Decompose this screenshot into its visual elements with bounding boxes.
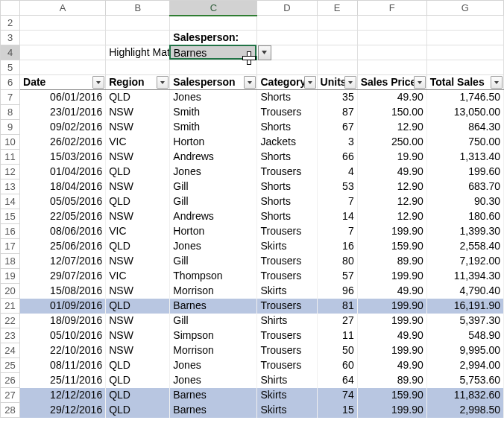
cell-date[interactable]: 26/02/2016 — [20, 135, 106, 150]
row-header-24[interactable]: 24 — [1, 343, 20, 358]
cell-salesperson[interactable]: Andrews — [170, 209, 257, 224]
cell-price[interactable]: 12.90 — [357, 209, 426, 224]
filter-button[interactable] — [304, 76, 316, 89]
cell-units[interactable]: 7 — [317, 194, 357, 209]
cell-units[interactable]: 57 — [317, 269, 357, 284]
cell-units[interactable]: 14 — [317, 209, 357, 224]
table-header-C[interactable]: Salesperson — [170, 75, 257, 90]
column-header-D[interactable]: D — [257, 1, 317, 16]
cell-date[interactable]: 08/06/2016 — [20, 224, 106, 239]
cell-date[interactable]: 29/12/2016 — [20, 403, 106, 418]
cell-salesperson[interactable]: Simpson — [170, 328, 257, 343]
cell-price[interactable]: 199.90 — [357, 299, 426, 314]
row-header-11[interactable]: 11 — [1, 150, 20, 165]
cell-date[interactable]: 05/10/2016 — [20, 328, 106, 343]
row-header-22[interactable]: 22 — [1, 314, 20, 328]
row-header-21[interactable]: 21 — [1, 299, 20, 314]
cell-date[interactable]: 06/01/2016 — [20, 90, 106, 105]
cell-units[interactable]: 11 — [317, 328, 357, 343]
row-header-27[interactable]: 27 — [1, 388, 20, 403]
empty-cell[interactable] — [317, 45, 357, 60]
column-header-F[interactable]: F — [357, 1, 426, 16]
cell-total[interactable]: 2,994.00 — [426, 358, 503, 373]
cell-salesperson[interactable]: Jones — [170, 165, 257, 179]
cell-date[interactable]: 18/04/2016 — [20, 179, 106, 194]
cell-salesperson[interactable]: Gill — [170, 194, 257, 209]
cell-region[interactable]: NSW — [106, 328, 170, 343]
cell-category[interactable]: Trousers — [257, 269, 317, 284]
filter-button[interactable] — [244, 76, 256, 89]
cell-region[interactable]: QLD — [106, 90, 170, 105]
cell-salesperson[interactable]: Morrison — [170, 284, 257, 299]
cell-salesperson[interactable]: Barnes — [170, 403, 257, 418]
empty-cell[interactable] — [357, 60, 426, 75]
cell-total[interactable]: 548.90 — [426, 328, 503, 343]
empty-cell[interactable] — [106, 31, 170, 45]
cell-price[interactable]: 159.90 — [357, 239, 426, 254]
row-header-25[interactable]: 25 — [1, 358, 20, 373]
cell-date[interactable]: 29/07/2016 — [20, 269, 106, 284]
cell-units[interactable]: 50 — [317, 343, 357, 358]
cell-price[interactable]: 89.90 — [357, 373, 426, 388]
empty-cell[interactable] — [20, 45, 106, 60]
cell-units[interactable]: 81 — [317, 299, 357, 314]
cell-category[interactable]: Skirts — [257, 403, 317, 418]
empty-cell[interactable] — [106, 16, 170, 31]
empty-cell[interactable] — [426, 16, 503, 31]
column-header-B[interactable]: B — [106, 1, 170, 16]
cell-date[interactable]: 12/07/2016 — [20, 254, 106, 269]
cell-region[interactable]: QLD — [106, 373, 170, 388]
cell-category[interactable]: Shirts — [257, 314, 317, 328]
cell-salesperson[interactable]: Jones — [170, 358, 257, 373]
cell-region[interactable]: VIC — [106, 135, 170, 150]
highlight-matches-label[interactable]: Highlight Matches — [106, 45, 170, 60]
cell-salesperson[interactable]: Gill — [170, 179, 257, 194]
row-header-13[interactable]: 13 — [1, 179, 20, 194]
filter-button[interactable] — [491, 76, 503, 89]
column-header-A[interactable]: A — [20, 1, 106, 16]
cell-price[interactable]: 49.90 — [357, 284, 426, 299]
cell-units[interactable]: 60 — [317, 358, 357, 373]
cell-price[interactable]: 49.90 — [357, 90, 426, 105]
cell-category[interactable]: Shirts — [257, 373, 317, 388]
row-header-15[interactable]: 15 — [1, 209, 20, 224]
cell-region[interactable]: QLD — [106, 239, 170, 254]
cell-salesperson[interactable]: Andrews — [170, 150, 257, 165]
cell-region[interactable]: QLD — [106, 165, 170, 179]
row-header-23[interactable]: 23 — [1, 328, 20, 343]
cell-category[interactable]: Shorts — [257, 194, 317, 209]
cell-total[interactable]: 2,998.50 — [426, 403, 503, 418]
row-header-2[interactable]: 2 — [1, 16, 20, 31]
cell-category[interactable]: Trousers — [257, 105, 317, 120]
cell-units[interactable]: 35 — [317, 90, 357, 105]
cell-date[interactable]: 25/06/2016 — [20, 239, 106, 254]
cell-price[interactable]: 12.90 — [357, 120, 426, 135]
empty-cell[interactable] — [170, 60, 257, 75]
column-header-C[interactable]: C — [170, 1, 257, 16]
cell-date[interactable]: 15/08/2016 — [20, 284, 106, 299]
filter-button[interactable] — [157, 76, 168, 89]
cell-price[interactable]: 49.90 — [357, 165, 426, 179]
cell-region[interactable]: QLD — [106, 403, 170, 418]
table-header-B[interactable]: Region — [106, 75, 170, 90]
empty-cell[interactable] — [357, 45, 426, 60]
cell-total[interactable]: 13,050.00 — [426, 105, 503, 120]
cell-category[interactable]: Trousers — [257, 165, 317, 179]
empty-cell[interactable] — [426, 31, 503, 45]
cell-units[interactable]: 74 — [317, 388, 357, 403]
cell-category[interactable]: Shorts — [257, 120, 317, 135]
cell-region[interactable]: QLD — [106, 388, 170, 403]
cell-units[interactable]: 64 — [317, 373, 357, 388]
cell-total[interactable]: 7,192.00 — [426, 254, 503, 269]
column-header-G[interactable]: G — [426, 1, 503, 16]
row-header-28[interactable]: 28 — [1, 403, 20, 418]
row-header-3[interactable]: 3 — [1, 31, 20, 45]
cell-salesperson[interactable]: Jones — [170, 239, 257, 254]
row-header-10[interactable]: 10 — [1, 135, 20, 150]
cell-price[interactable]: 199.90 — [357, 224, 426, 239]
cell-category[interactable]: Skirts — [257, 388, 317, 403]
cell-total[interactable]: 2,558.40 — [426, 239, 503, 254]
cell-salesperson[interactable]: Morrison — [170, 343, 257, 358]
cell-total[interactable]: 1,746.50 — [426, 90, 503, 105]
cell-total[interactable]: 5,397.30 — [426, 314, 503, 328]
